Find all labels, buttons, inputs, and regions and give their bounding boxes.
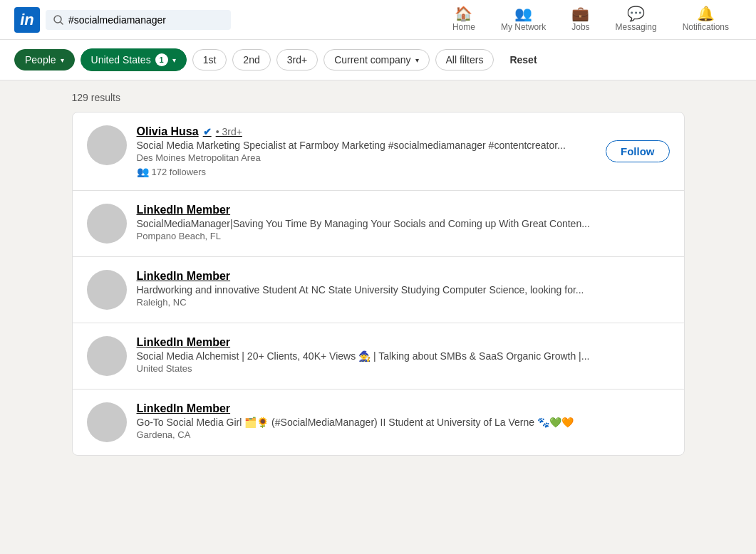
table-row: LinkedIn Member Social Media Alchemist |… (73, 323, 684, 390)
messaging-label: Messaging (616, 22, 657, 32)
nav-item-messaging[interactable]: 💬 Messaging (603, 0, 670, 40)
result-info: Olivia Husa ✔ • 3rd+ Social Media Market… (137, 125, 596, 177)
notifications-label: Notifications (683, 22, 729, 32)
navbar: in 🏠 Home 👥 My Network 💼 Jobs 💬 Messagin… (0, 0, 756, 40)
second-degree-filter[interactable]: 2nd (232, 49, 270, 70)
jobs-icon: 💼 (571, 6, 589, 21)
avatar (87, 125, 127, 165)
logo-text: in (20, 11, 34, 29)
followers-icon: 👥 (137, 166, 149, 177)
nav-item-notifications[interactable]: 🔔 Notifications (670, 0, 742, 40)
result-location: Gardena, CA (137, 429, 670, 440)
linkedin-logo[interactable]: in (14, 7, 40, 33)
result-name[interactable]: LinkedIn Member (137, 270, 670, 283)
all-filters-label: All filters (446, 54, 484, 66)
results-count: 129 results (72, 92, 685, 103)
notifications-icon: 🔔 (697, 6, 715, 21)
result-location: Pompano Beach, FL (137, 231, 670, 241)
first-degree-label: 1st (203, 54, 217, 66)
people-filter[interactable]: People ▾ (14, 49, 75, 70)
home-icon: 🏠 (455, 6, 472, 21)
table-row: Olivia Husa ✔ • 3rd+ Social Media Market… (73, 113, 684, 191)
degree-badge: • 3rd+ (216, 126, 242, 137)
svg-line-1 (61, 22, 63, 24)
people-filter-label: People (25, 54, 56, 66)
search-icon (53, 14, 64, 26)
name-text: LinkedIn Member (137, 270, 231, 283)
result-location: United States (137, 363, 670, 374)
follow-button[interactable]: Follow (606, 140, 670, 162)
united-states-chevron-icon: ▾ (172, 56, 176, 64)
avatar (87, 402, 127, 442)
nav-items: 🏠 Home 👥 My Network 💼 Jobs 💬 Messaging 🔔… (440, 0, 742, 40)
result-info: LinkedIn Member SocialMediaManager|Savin… (137, 204, 670, 241)
result-name[interactable]: LinkedIn Member (137, 204, 670, 216)
results-card: Olivia Husa ✔ • 3rd+ Social Media Market… (72, 112, 685, 456)
all-filters-button[interactable]: All filters (435, 49, 494, 70)
result-headline: Social Media Alchemist | 20+ Clients, 40… (137, 350, 670, 362)
result-info: LinkedIn Member Social Media Alchemist |… (137, 336, 670, 374)
united-states-filter[interactable]: United States 1 ▾ (81, 48, 187, 71)
result-info: LinkedIn Member Go-To Social Media Girl … (137, 402, 670, 440)
messaging-icon: 💬 (627, 6, 645, 21)
united-states-label: United States (91, 54, 151, 66)
nav-item-home[interactable]: 🏠 Home (440, 0, 488, 40)
followers-count: 👥172 followers (137, 166, 596, 177)
current-company-label: Current company (334, 54, 410, 66)
table-row: LinkedIn Member Hardworking and innovati… (73, 257, 684, 323)
my-network-icon: 👥 (514, 6, 532, 21)
name-text: LinkedIn Member (137, 402, 231, 415)
reset-button[interactable]: Reset (499, 50, 547, 70)
result-name[interactable]: LinkedIn Member (137, 336, 670, 349)
search-input[interactable] (68, 14, 224, 26)
third-degree-filter[interactable]: 3rd+ (276, 49, 318, 70)
result-headline: Hardworking and innovative Student At NC… (137, 284, 670, 296)
table-row: LinkedIn Member SocialMediaManager|Savin… (73, 191, 684, 257)
name-text: LinkedIn Member (137, 204, 231, 216)
avatar (87, 204, 127, 244)
table-row: LinkedIn Member Go-To Social Media Girl … (73, 390, 684, 455)
first-degree-filter[interactable]: 1st (192, 49, 227, 70)
nav-item-my-network[interactable]: 👥 My Network (488, 0, 559, 40)
result-headline: SocialMediaManager|Saving You Time By Ma… (137, 218, 670, 229)
reset-label: Reset (509, 54, 537, 66)
result-location: Raleigh, NC (137, 297, 670, 308)
result-name[interactable]: Olivia Husa ✔ • 3rd+ (137, 125, 596, 138)
name-text: Olivia Husa (137, 125, 199, 138)
main-content: 129 results Olivia Husa ✔ • 3rd+ Social … (58, 80, 699, 467)
jobs-label: Jobs (571, 22, 589, 32)
current-company-chevron-icon: ▾ (415, 56, 419, 64)
filter-bar: People ▾ United States 1 ▾ 1st 2nd 3rd+ … (0, 40, 756, 80)
people-chevron-icon: ▾ (61, 56, 64, 64)
second-degree-label: 2nd (243, 54, 259, 66)
result-name[interactable]: LinkedIn Member (137, 402, 670, 415)
search-bar[interactable] (46, 10, 231, 30)
home-label: Home (452, 22, 475, 32)
result-headline: Social Media Marketing Specialist at Far… (137, 140, 596, 151)
third-degree-label: 3rd+ (287, 54, 307, 66)
result-location: Des Moines Metropolitan Area (137, 152, 596, 163)
name-text: LinkedIn Member (137, 336, 231, 349)
result-headline: Go-To Social Media Girl 🗂️🌻 (#SocialMedi… (137, 417, 670, 428)
verified-icon: ✔ (203, 126, 212, 137)
united-states-badge: 1 (155, 53, 168, 66)
current-company-filter[interactable]: Current company ▾ (323, 49, 429, 70)
my-network-label: My Network (501, 22, 546, 32)
nav-item-jobs[interactable]: 💼 Jobs (559, 0, 602, 40)
result-info: LinkedIn Member Hardworking and innovati… (137, 270, 670, 308)
avatar (87, 270, 127, 310)
avatar (87, 336, 127, 376)
